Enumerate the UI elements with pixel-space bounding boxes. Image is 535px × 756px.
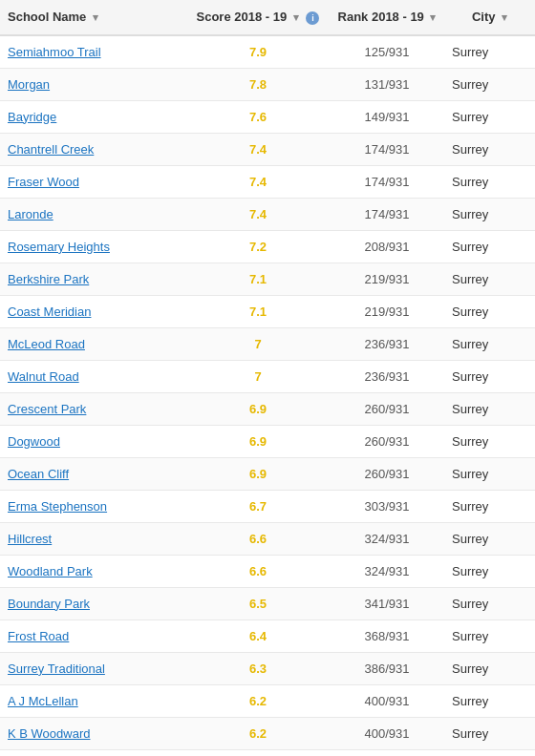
table-row: A J McLellan 6.2 400/931 Surrey [0, 684, 535, 717]
school-name-link[interactable]: McLeod Road [8, 337, 85, 351]
school-name-link[interactable]: Surrey Traditional [8, 662, 105, 676]
cell-rank: 386/931 [330, 652, 444, 684]
score-sort-icon: ▾ [293, 11, 299, 23]
cell-city: Surrey [444, 490, 535, 522]
school-name-link[interactable]: Chantrell Creek [8, 142, 94, 157]
cell-rank: 324/931 [330, 522, 444, 555]
header-school-name[interactable]: School Name ▾ [0, 0, 186, 35]
cell-city: Surrey [444, 457, 535, 490]
school-name-link[interactable]: Rosemary Heights [8, 240, 110, 254]
cell-score: 7.1 [186, 295, 330, 327]
school-name-link[interactable]: Coast Meridian [8, 304, 91, 319]
cell-rank: 236/931 [330, 360, 444, 392]
school-name-link[interactable]: Dogwood [8, 434, 60, 449]
cell-school-name: Surrey Traditional [0, 652, 186, 684]
cell-city: Surrey [444, 230, 535, 262]
school-name-link[interactable]: Hillcrest [8, 532, 52, 546]
table-row: McLeod Road 7 236/931 Surrey [0, 327, 535, 360]
school-name-link[interactable]: Laronde [8, 207, 54, 221]
table-row: Surrey Traditional 6.3 386/931 Surrey [0, 652, 535, 684]
school-name-link[interactable]: Ocean Cliff [8, 467, 69, 481]
cell-rank: 125/931 [330, 35, 444, 69]
cell-score: 6.2 [186, 684, 330, 717]
school-name-sort-icon: ▾ [93, 11, 98, 23]
cell-score: 7.9 [186, 35, 330, 69]
school-name-link[interactable]: Walnut Road [8, 369, 79, 384]
cell-school-name: Laronde [0, 198, 186, 230]
cell-school-name: Dogwood [0, 425, 186, 457]
header-score[interactable]: Score 2018 - 19 ▾ i [186, 0, 330, 35]
cell-city: Surrey [444, 425, 535, 457]
table-row: Laronde 7.4 174/931 Surrey [0, 198, 535, 230]
cell-school-name: Rosemary Heights [0, 230, 186, 262]
table-row: Woodland Park 6.6 324/931 Surrey [0, 555, 535, 587]
cell-city: Surrey [444, 555, 535, 587]
school-rankings-table: School Name ▾ Score 2018 - 19 ▾ i Rank 2… [0, 0, 535, 756]
school-name-link[interactable]: A J McLellan [8, 694, 78, 708]
cell-score: 6.9 [186, 392, 330, 425]
cell-rank: 341/931 [330, 587, 444, 620]
cell-city: Surrey [444, 392, 535, 425]
table-header-row: School Name ▾ Score 2018 - 19 ▾ i Rank 2… [0, 0, 535, 35]
school-name-link[interactable]: Erma Stephenson [8, 499, 107, 514]
school-name-link[interactable]: K B Woodward [8, 726, 90, 741]
cell-school-name: Erma Stephenson [0, 490, 186, 522]
cell-school-name: Frost Road [0, 620, 186, 652]
cell-score: 6.2 [186, 717, 330, 749]
cell-school-name: Woodland Park [0, 555, 186, 587]
cell-score: 7.2 [186, 230, 330, 262]
header-city-label: City [472, 10, 496, 24]
cell-score: 6.6 [186, 522, 330, 555]
cell-rank: 174/931 [330, 198, 444, 230]
school-name-link[interactable]: Boundary Park [8, 597, 90, 611]
cell-score: 7.4 [186, 165, 330, 198]
cell-city: Surrey [444, 652, 535, 684]
cell-school-name: Berkshire Park [0, 262, 186, 295]
cell-score: 7.6 [186, 100, 330, 133]
table-row: Ocean Cliff 6.9 260/931 Surrey [0, 457, 535, 490]
cell-city: Surrey [444, 684, 535, 717]
header-rank[interactable]: Rank 2018 - 19 ▾ [330, 0, 444, 35]
cell-rank: 420/931 [330, 749, 444, 756]
cell-school-name: Boundary Park [0, 587, 186, 620]
school-name-link[interactable]: Semiahmoo Trail [8, 45, 101, 59]
table-row: Coast Meridian 7.1 219/931 Surrey [0, 295, 535, 327]
school-name-link[interactable]: Fraser Wood [8, 175, 79, 189]
score-info-icon[interactable]: i [306, 11, 319, 25]
school-name-link[interactable]: Berkshire Park [8, 272, 89, 286]
cell-school-name: Fraser Wood [0, 165, 186, 198]
table-row: Crescent Park 6.9 260/931 Surrey [0, 392, 535, 425]
cell-score: 6.1 [186, 749, 330, 756]
cell-rank: 174/931 [330, 165, 444, 198]
table-row: William Watson 6.1 420/931 Surrey [0, 749, 535, 756]
cell-score: 7 [186, 327, 330, 360]
table-row: Frost Road 6.4 368/931 Surrey [0, 620, 535, 652]
header-city[interactable]: City ▾ [444, 0, 535, 35]
table-row: Dogwood 6.9 260/931 Surrey [0, 425, 535, 457]
cell-city: Surrey [444, 68, 535, 100]
cell-school-name: Coast Meridian [0, 295, 186, 327]
cell-school-name: K B Woodward [0, 717, 186, 749]
cell-school-name: Crescent Park [0, 392, 186, 425]
school-name-link[interactable]: Frost Road [8, 629, 69, 643]
cell-score: 7.1 [186, 262, 330, 295]
table-row: Morgan 7.8 131/931 Surrey [0, 68, 535, 100]
school-name-link[interactable]: Morgan [8, 77, 50, 92]
cell-city: Surrey [444, 165, 535, 198]
school-name-link[interactable]: Woodland Park [8, 564, 93, 578]
cell-city: Surrey [444, 749, 535, 756]
cell-city: Surrey [444, 198, 535, 230]
cell-rank: 174/931 [330, 133, 444, 165]
cell-rank: 131/931 [330, 68, 444, 100]
table-row: K B Woodward 6.2 400/931 Surrey [0, 717, 535, 749]
school-name-link[interactable]: Bayridge [8, 110, 56, 124]
cell-rank: 219/931 [330, 262, 444, 295]
cell-school-name: Walnut Road [0, 360, 186, 392]
school-name-link[interactable]: Crescent Park [8, 402, 86, 416]
cell-rank: 219/931 [330, 295, 444, 327]
cell-school-name: Ocean Cliff [0, 457, 186, 490]
rank-sort-icon: ▾ [430, 11, 436, 23]
cell-city: Surrey [444, 133, 535, 165]
table-row: Bayridge 7.6 149/931 Surrey [0, 100, 535, 133]
table-row: Boundary Park 6.5 341/931 Surrey [0, 587, 535, 620]
